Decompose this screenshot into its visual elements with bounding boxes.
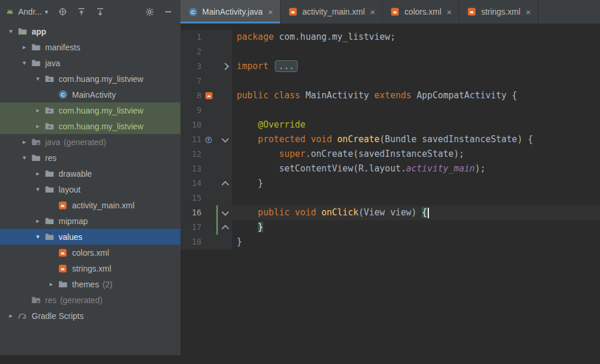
override-icon[interactable] [203,135,214,145]
chevron-right-icon[interactable]: ▸ [18,138,30,146]
tree-item-manifests[interactable]: ▸manifests [0,39,180,55]
code-editor[interactable]: 1package com.huang.my_listview;23import … [180,24,600,249]
editor-gutter: 9 [180,103,232,118]
code-line-14: 14} [180,176,600,191]
code-line-3: 3import ... [180,59,600,74]
text-cursor [428,208,429,218]
chevron-right-icon[interactable]: ▸ [32,122,44,130]
code-text[interactable]: super.onCreate(savedInstanceState); [232,147,464,162]
editor-gutter: 18 [180,235,232,249]
code-line-2: 2 [180,44,600,59]
tab-strings-xml[interactable]: strings.xml× [459,0,538,23]
fold-marker-collapsed-icon[interactable] [221,63,229,70]
code-text[interactable]: } [232,176,263,191]
hide-panel-icon[interactable] [163,6,173,17]
tree-item-themes[interactable]: ▸themes(2) [0,276,180,292]
change-marker-slot [216,59,219,74]
change-marker-slot [216,176,219,191]
chevron-right-icon[interactable]: ▸ [32,170,44,177]
close-icon[interactable]: × [268,8,273,16]
tree-item-label: themes [72,280,99,289]
close-icon[interactable]: × [446,8,452,16]
fold-marker-start-icon[interactable] [221,208,229,216]
fold-marker-end-icon[interactable] [221,225,229,232]
tree-item-java[interactable]: ▸java(generated) [0,134,180,150]
tree-item-label: res [45,153,56,163]
chevron-down-icon[interactable]: ▾ [18,154,30,162]
tree-item-activity-main-xml[interactable]: activity_main.xml [0,197,180,213]
settings-icon[interactable] [144,6,155,17]
code-text[interactable]: public class MainActivity extends AppCom… [232,88,517,103]
chevron-down-icon[interactable]: ▾ [32,186,44,193]
package-icon [44,106,54,115]
tree-item-app[interactable]: ▾app [0,23,180,39]
folder-icon [44,217,54,226]
tab-colors-xml[interactable]: colors.xml× [383,0,459,23]
tree-item-label: strings.xml [72,264,111,273]
change-marker-slot [216,30,219,44]
code-line-10: 10@Override [180,118,600,132]
chevron-down-icon[interactable]: ▾ [32,233,44,241]
folder-icon [44,169,54,178]
tree-item-com-huang-my-listview[interactable]: ▸com.huang.my_listview [0,118,180,134]
change-marker-slot [216,132,219,147]
gutter-android-icon[interactable] [203,91,214,101]
tree-item-gradle-scripts[interactable]: ▸Gradle Scripts [0,308,180,324]
code-text[interactable]: } [232,220,263,235]
editor-gutter: 13 [180,162,232,176]
tree-item-java[interactable]: ▾java [0,55,180,71]
project-view-selector[interactable]: Andr... ▾ [5,6,48,17]
chevron-right-icon[interactable]: ▸ [18,43,30,51]
code-text[interactable]: } [232,235,242,249]
tab-bar: CMainActivity.java×activity_main.xml×col… [180,0,600,24]
tab-activity-main-xml[interactable]: activity_main.xml× [281,0,383,23]
tree-item-mainactivity[interactable]: CMainActivity [0,87,180,102]
svg-text:C: C [61,91,65,98]
chevron-right-icon[interactable]: ▸ [45,280,57,288]
tree-item-label: mipmap [59,217,88,226]
tree-item-strings-xml[interactable]: strings.xml [0,260,180,276]
line-number: 15 [180,191,202,205]
editor-area: CMainActivity.java×activity_main.xml×col… [180,0,600,364]
editor-gutter: 17 [180,220,232,235]
code-text[interactable]: import ... [232,59,298,74]
code-line-16: 16public void onClick(View view) { [180,205,600,220]
code-text[interactable]: protected void onCreate(Bundle savedInst… [232,132,533,147]
code-text[interactable]: public void onClick(View view) { [232,205,429,220]
chevron-down-icon[interactable]: ▾ [18,59,30,67]
tree-item-colors-xml[interactable]: colors.xml [0,245,180,260]
line-number: 18 [180,235,202,249]
chevron-right-icon[interactable]: ▸ [32,217,44,225]
change-marker [216,220,219,235]
expand-all-icon[interactable] [95,6,105,17]
tree-item-values[interactable]: ▾values [0,229,180,245]
fold-marker-end-icon[interactable] [221,181,229,188]
change-marker-slot [216,88,219,103]
xml-icon [390,6,400,17]
tree-item-res[interactable]: res(generated) [0,292,180,308]
tree-item-res[interactable]: ▾res [0,150,180,166]
code-line-1: 1package com.huang.my_listview; [180,30,600,44]
android-logo-icon [5,6,15,17]
fold-marker-start-icon[interactable] [221,135,229,143]
collapse-all-icon[interactable] [76,6,87,17]
project-tree: ▾app▸manifests▾java▾com.huang.my_listvie… [0,23,180,324]
chevron-right-icon[interactable]: ▸ [5,312,17,320]
tree-item-com-huang-my-listview[interactable]: ▸com.huang.my_listview [0,102,180,118]
chevron-down-icon[interactable]: ▾ [5,28,17,35]
tab-mainactivity-java[interactable]: CMainActivity.java× [180,0,281,23]
locate-icon[interactable] [57,6,68,17]
gradle-icon [17,311,28,321]
close-icon[interactable]: × [526,8,531,16]
tree-item-com-huang-my-listview[interactable]: ▾com.huang.my_listview [0,71,180,87]
chevron-right-icon[interactable]: ▸ [32,107,44,114]
close-icon[interactable]: × [370,8,376,16]
tree-item-mipmap[interactable]: ▸mipmap [0,213,180,229]
code-text[interactable]: setContentView(R.layout.activity_main); [232,162,485,176]
tree-item-drawable[interactable]: ▸drawable [0,166,180,181]
chevron-down-icon[interactable]: ▾ [32,75,44,83]
code-text[interactable]: @Override [232,118,305,132]
code-text[interactable]: package com.huang.my_listview; [232,30,396,44]
fold-column [219,64,231,69]
tree-item-layout[interactable]: ▾layout [0,181,180,197]
